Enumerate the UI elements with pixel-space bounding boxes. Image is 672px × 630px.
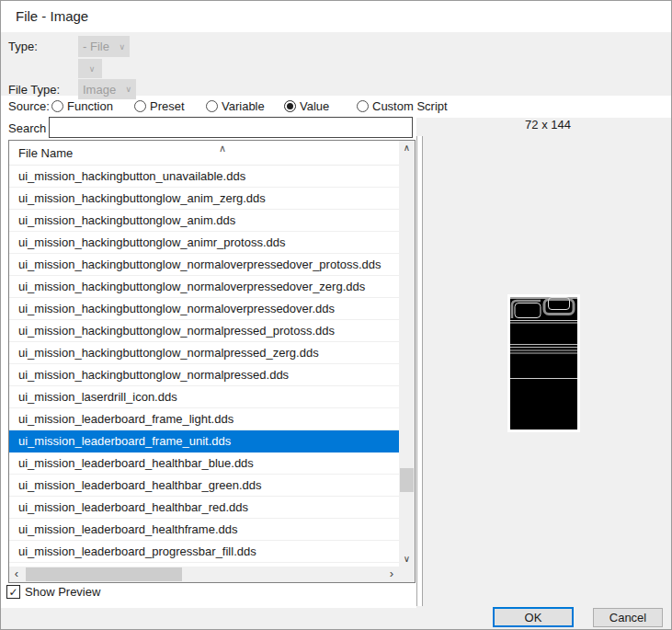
- list-item[interactable]: ui_mission_hackingbuttonglow_normalpress…: [9, 320, 399, 342]
- ok-button[interactable]: OK: [493, 607, 574, 627]
- file-type-dropdown-value: Image: [83, 83, 116, 97]
- list-item[interactable]: ui_mission_hackingbuttonglow_normaloverp…: [9, 254, 399, 276]
- list-item[interactable]: ui_mission_hackingbuttonglow_anim.dds: [9, 210, 399, 232]
- list-item[interactable]: ui_mission_hackingbuttonglow_animr_proto…: [9, 232, 399, 254]
- file-type-label: File Type:: [8, 83, 60, 97]
- source-radio-value[interactable]: Value: [284, 97, 329, 115]
- type-label: Type:: [8, 40, 38, 53]
- list-item[interactable]: ui_mission_hackingbuttonglow_normalpress…: [9, 364, 399, 386]
- source-radio-variable[interactable]: Variable: [206, 97, 265, 115]
- list-item[interactable]: ui_mission_leaderboard_healthbar_green.d…: [9, 475, 399, 497]
- source-radio-label: Function: [67, 99, 113, 113]
- type-dropdown[interactable]: - File ∨: [78, 36, 130, 57]
- type-dropdown-value: - File: [83, 40, 109, 53]
- radio-icon[interactable]: [51, 100, 63, 112]
- scroll-down-icon[interactable]: ∨: [399, 552, 415, 567]
- list-item[interactable]: ui_mission_leaderboard_progressbar_fill.…: [9, 541, 399, 563]
- list-item[interactable]: ui_mission_laserdrill_icon.dds: [9, 386, 399, 408]
- search-label: Search: [8, 121, 46, 135]
- preview-image: [507, 294, 580, 432]
- chevron-down-icon: ∨: [125, 85, 131, 94]
- radio-icon[interactable]: [134, 100, 146, 112]
- cancel-button-label: Cancel: [609, 611, 646, 624]
- vertical-scrollbar-thumb[interactable]: [400, 468, 414, 492]
- radio-icon[interactable]: [284, 100, 296, 112]
- chevron-down-icon: ∨: [119, 42, 125, 52]
- file-name-header-label: File Name: [18, 146, 73, 160]
- list-item[interactable]: ui_mission_hackingbutton_unavailable.dds: [9, 166, 399, 188]
- list-item[interactable]: ui_mission_hackingbuttonglow_normaloverp…: [9, 298, 399, 320]
- checkmark-icon[interactable]: ✓: [6, 585, 20, 599]
- scroll-left-icon[interactable]: ‹: [9, 567, 24, 582]
- list-item[interactable]: ui_mission_hackingbuttonglow_normaloverp…: [9, 276, 399, 298]
- show-preview-checkbox[interactable]: ✓ Show Preview: [6, 585, 100, 599]
- source-radio-function[interactable]: Function: [51, 97, 113, 115]
- source-radio-label: Preset: [150, 99, 185, 113]
- file-list-rows: ui_mission_hackingbutton_unavailable.dds…: [9, 166, 399, 567]
- list-item[interactable]: ui_mission_hackingbuttonglow_normalpress…: [9, 342, 399, 364]
- sort-asc-icon: ∧: [219, 140, 226, 161]
- source-radio-label: Custom Script: [372, 99, 448, 113]
- cancel-button[interactable]: Cancel: [593, 608, 663, 627]
- source-radio-label: Value: [300, 99, 329, 113]
- show-preview-label: Show Preview: [25, 585, 100, 599]
- source-radio-custom-script[interactable]: Custom Script: [357, 97, 448, 115]
- list-item[interactable]: ui_mission_leaderboard_healthframe.dds: [9, 519, 399, 541]
- file-name-column-header[interactable]: File Name ∧: [9, 141, 399, 166]
- image-size-label: 72 x 144: [424, 118, 672, 132]
- source-label: Source:: [8, 99, 50, 113]
- list-item[interactable]: ui_mission_leaderboard_frame_light.dds: [9, 408, 399, 430]
- ok-button-label: OK: [525, 611, 542, 624]
- scroll-up-icon[interactable]: ∧: [399, 141, 415, 155]
- search-input[interactable]: [49, 117, 413, 138]
- dialog-title: File - Image: [16, 8, 88, 24]
- horizontal-scrollbar-thumb[interactable]: [26, 567, 182, 581]
- radio-icon[interactable]: [357, 100, 369, 112]
- list-item[interactable]: ui_mission_hackingbuttonglow_anim_zerg.d…: [9, 188, 399, 210]
- file-list: File Name ∧ ui_mission_hackingbutton_una…: [8, 140, 416, 583]
- panel-splitter[interactable]: [416, 136, 423, 606]
- file-image-dialog: File - Image Type: - File ∨ ∨ File Type:…: [0, 0, 672, 630]
- subtype-dropdown[interactable]: ∨: [78, 59, 102, 78]
- list-item[interactable]: ui_mission_leaderboard_healthbar_blue.dd…: [9, 452, 399, 475]
- vertical-scrollbar[interactable]: ∧ ∨: [399, 141, 415, 567]
- chevron-down-icon: ∨: [89, 64, 96, 74]
- source-radio-label: Variable: [222, 99, 265, 113]
- radio-icon[interactable]: [206, 100, 218, 112]
- list-item[interactable]: ui_mission_leaderboard_frame_unit.dds: [9, 430, 399, 452]
- horizontal-scrollbar[interactable]: ‹ ›: [9, 567, 399, 582]
- scrollbar-corner: [399, 567, 415, 582]
- scroll-right-icon[interactable]: ›: [384, 567, 399, 582]
- source-radio-preset[interactable]: Preset: [134, 97, 185, 115]
- list-item[interactable]: ui_mission_leaderboard_healthbar_red.dds: [9, 497, 399, 519]
